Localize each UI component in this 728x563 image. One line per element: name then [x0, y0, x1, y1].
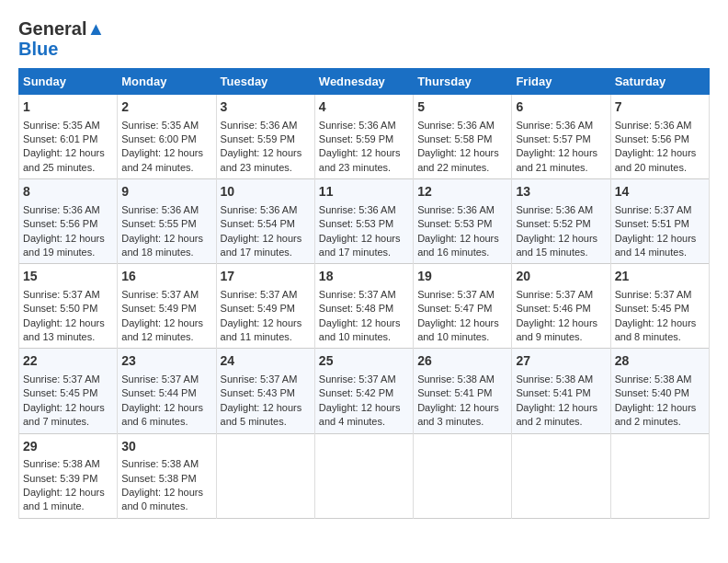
- calendar-cell: 3 Sunrise: 5:36 AM Sunset: 5:59 PM Dayli…: [216, 95, 314, 179]
- calendar-cell: 25 Sunrise: 5:37 AM Sunset: 5:42 PM Dayl…: [314, 349, 413, 433]
- day-number: 29: [23, 438, 113, 456]
- sunset-text: Sunset: 5:45 PM: [23, 387, 97, 398]
- day-number: 16: [121, 268, 211, 286]
- sunset-text: Sunset: 5:38 PM: [121, 473, 196, 484]
- column-header-monday: Monday: [118, 69, 216, 95]
- sunset-text: Sunset: 5:41 PM: [516, 387, 590, 398]
- sunset-text: Sunset: 5:39 PM: [23, 473, 97, 484]
- day-number: 4: [319, 98, 409, 117]
- calendar-cell: 15 Sunrise: 5:37 AM Sunset: 5:50 PM Dayl…: [19, 264, 118, 349]
- sunrise-text: Sunrise: 5:38 AM: [615, 373, 692, 385]
- daylight-text: Daylight: 12 hours and 4 minutes.: [319, 402, 401, 427]
- calendar-cell: 7 Sunrise: 5:36 AM Sunset: 5:56 PM Dayli…: [610, 95, 709, 179]
- calendar-cell: 29 Sunrise: 5:38 AM Sunset: 5:39 PM Dayl…: [19, 433, 118, 518]
- sunset-text: Sunset: 5:53 PM: [319, 218, 393, 229]
- calendar-cell: 5 Sunrise: 5:36 AM Sunset: 5:58 PM Dayli…: [414, 95, 512, 179]
- calendar-cell: [414, 433, 512, 518]
- sunset-text: Sunset: 5:55 PM: [121, 218, 196, 229]
- calendar-cell: 23 Sunrise: 5:37 AM Sunset: 5:44 PM Dayl…: [118, 349, 216, 433]
- sunset-text: Sunset: 5:40 PM: [615, 387, 689, 398]
- day-number: 18: [319, 268, 409, 286]
- sunset-text: Sunset: 5:48 PM: [319, 303, 393, 314]
- sunset-text: Sunset: 5:47 PM: [417, 303, 492, 314]
- sunrise-text: Sunrise: 5:38 AM: [417, 373, 495, 385]
- calendar-cell: 21 Sunrise: 5:37 AM Sunset: 5:45 PM Dayl…: [610, 264, 709, 349]
- sunset-text: Sunset: 5:51 PM: [615, 218, 689, 229]
- sunset-text: Sunset: 5:46 PM: [516, 303, 590, 314]
- logo: General▲ Blue: [18, 18, 105, 59]
- sunrise-text: Sunrise: 5:36 AM: [516, 204, 593, 215]
- sunrise-text: Sunrise: 5:36 AM: [121, 204, 199, 215]
- daylight-text: Daylight: 12 hours and 23 minutes.: [319, 147, 401, 172]
- calendar-cell: 28 Sunrise: 5:38 AM Sunset: 5:40 PM Dayl…: [610, 349, 709, 433]
- week-row-1: 1 Sunrise: 5:35 AM Sunset: 6:01 PM Dayli…: [19, 95, 710, 179]
- day-number: 26: [417, 352, 507, 371]
- week-row-4: 22 Sunrise: 5:37 AM Sunset: 5:45 PM Dayl…: [19, 349, 710, 433]
- column-header-wednesday: Wednesday: [314, 69, 413, 95]
- week-row-2: 8 Sunrise: 5:36 AM Sunset: 5:56 PM Dayli…: [19, 179, 710, 264]
- column-header-thursday: Thursday: [414, 69, 512, 95]
- sunset-text: Sunset: 6:01 PM: [23, 133, 97, 144]
- column-header-saturday: Saturday: [610, 69, 709, 95]
- calendar-header: SundayMondayTuesdayWednesdayThursdayFrid…: [19, 69, 710, 95]
- day-number: 24: [221, 352, 311, 371]
- daylight-text: Daylight: 12 hours and 21 minutes.: [516, 147, 597, 172]
- sunset-text: Sunset: 5:41 PM: [417, 387, 492, 398]
- calendar-cell: 27 Sunrise: 5:38 AM Sunset: 5:41 PM Dayl…: [512, 349, 610, 433]
- daylight-text: Daylight: 12 hours and 12 minutes.: [121, 317, 203, 342]
- sunrise-text: Sunrise: 5:37 AM: [319, 373, 396, 385]
- sunset-text: Sunset: 5:58 PM: [417, 133, 492, 144]
- daylight-text: Daylight: 12 hours and 16 minutes.: [417, 233, 499, 258]
- sunrise-text: Sunrise: 5:37 AM: [23, 289, 100, 300]
- day-number: 14: [615, 183, 705, 201]
- daylight-text: Daylight: 12 hours and 2 minutes.: [516, 402, 597, 427]
- daylight-text: Daylight: 12 hours and 23 minutes.: [221, 147, 302, 172]
- column-header-friday: Friday: [512, 69, 610, 95]
- calendar-cell: [314, 433, 413, 518]
- calendar-cell: [512, 433, 610, 518]
- sunrise-text: Sunrise: 5:36 AM: [23, 204, 100, 215]
- sunset-text: Sunset: 5:42 PM: [319, 387, 393, 398]
- sunset-text: Sunset: 5:44 PM: [121, 387, 196, 398]
- day-number: 28: [615, 352, 705, 371]
- sunset-text: Sunset: 5:57 PM: [516, 133, 590, 144]
- sunset-text: Sunset: 5:59 PM: [221, 133, 295, 144]
- day-number: 8: [23, 183, 113, 201]
- sunset-text: Sunset: 5:52 PM: [516, 218, 590, 229]
- daylight-text: Daylight: 12 hours and 5 minutes.: [221, 402, 302, 427]
- daylight-text: Daylight: 12 hours and 19 minutes.: [23, 233, 105, 258]
- column-header-sunday: Sunday: [19, 69, 118, 95]
- calendar-cell: 12 Sunrise: 5:36 AM Sunset: 5:53 PM Dayl…: [414, 179, 512, 264]
- day-number: 17: [221, 268, 311, 286]
- day-number: 11: [319, 183, 409, 201]
- calendar-cell: [610, 433, 709, 518]
- day-number: 13: [516, 183, 606, 201]
- day-number: 10: [221, 183, 311, 201]
- sunrise-text: Sunrise: 5:37 AM: [417, 289, 495, 300]
- daylight-text: Daylight: 12 hours and 18 minutes.: [121, 233, 203, 258]
- calendar-cell: 22 Sunrise: 5:37 AM Sunset: 5:45 PM Dayl…: [19, 349, 118, 433]
- daylight-text: Daylight: 12 hours and 15 minutes.: [516, 233, 597, 258]
- daylight-text: Daylight: 12 hours and 0 minutes.: [121, 487, 203, 511]
- calendar-table: SundayMondayTuesdayWednesdayThursdayFrid…: [18, 68, 710, 519]
- daylight-text: Daylight: 12 hours and 10 minutes.: [417, 317, 499, 342]
- daylight-text: Daylight: 12 hours and 9 minutes.: [516, 317, 597, 342]
- sunset-text: Sunset: 5:53 PM: [417, 218, 492, 229]
- sunrise-text: Sunrise: 5:38 AM: [121, 458, 199, 469]
- sunset-text: Sunset: 5:49 PM: [221, 303, 295, 314]
- calendar-cell: 13 Sunrise: 5:36 AM Sunset: 5:52 PM Dayl…: [512, 179, 610, 264]
- calendar-cell: 19 Sunrise: 5:37 AM Sunset: 5:47 PM Dayl…: [414, 264, 512, 349]
- daylight-text: Daylight: 12 hours and 2 minutes.: [615, 402, 697, 427]
- sunrise-text: Sunrise: 5:36 AM: [615, 120, 692, 131]
- calendar-cell: 17 Sunrise: 5:37 AM Sunset: 5:49 PM Dayl…: [216, 264, 314, 349]
- calendar-cell: 10 Sunrise: 5:36 AM Sunset: 5:54 PM Dayl…: [216, 179, 314, 264]
- day-number: 1: [23, 98, 113, 117]
- day-number: 3: [221, 98, 311, 117]
- sunset-text: Sunset: 5:56 PM: [615, 133, 689, 144]
- sunrise-text: Sunrise: 5:37 AM: [221, 289, 298, 300]
- day-number: 25: [319, 352, 409, 371]
- daylight-text: Daylight: 12 hours and 7 minutes.: [23, 402, 105, 427]
- sunset-text: Sunset: 5:50 PM: [23, 303, 97, 314]
- sunset-text: Sunset: 5:45 PM: [615, 303, 689, 314]
- sunset-text: Sunset: 5:54 PM: [221, 218, 295, 229]
